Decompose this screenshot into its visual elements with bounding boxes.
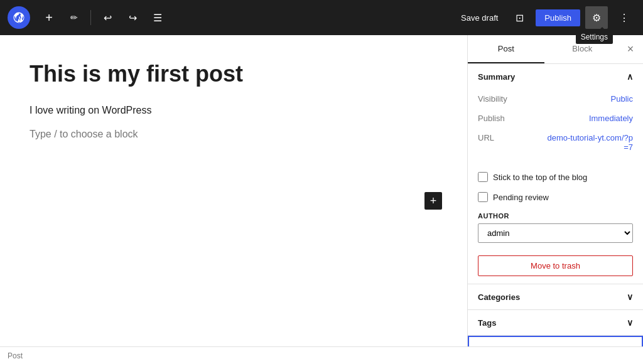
more-options-button[interactable]: ⋮ bbox=[613, 6, 635, 29]
save-draft-button[interactable]: Save draft bbox=[456, 9, 503, 26]
main-layout: This is my first post I love writing on … bbox=[0, 35, 643, 346]
settings-button[interactable]: ⚙ bbox=[585, 6, 608, 29]
publish-value[interactable]: Immediately bbox=[589, 114, 633, 123]
settings-icon: ⚙ bbox=[592, 12, 601, 24]
summary-section: Summary Visibility Public Publish Immedi… bbox=[468, 64, 643, 284]
visibility-label: Visibility bbox=[478, 94, 507, 104]
stick-label: Stick to the top of the blog bbox=[493, 173, 587, 182]
sidebar-tabs: Post Block × bbox=[468, 35, 643, 64]
publish-button[interactable]: Publish bbox=[536, 9, 580, 26]
list-view-button[interactable]: ☰ bbox=[146, 6, 169, 29]
sidebar-close-button[interactable]: × bbox=[620, 40, 640, 60]
categories-chevron-icon bbox=[627, 292, 633, 302]
summary-chevron-icon bbox=[627, 72, 633, 82]
pending-checkbox[interactable] bbox=[478, 192, 488, 202]
categories-header[interactable]: Categories bbox=[468, 284, 643, 309]
tools-button[interactable]: ✏ bbox=[63, 6, 85, 29]
url-label: URL bbox=[478, 133, 494, 142]
summary-header[interactable]: Summary bbox=[468, 64, 643, 89]
separator bbox=[90, 10, 91, 25]
stick-row[interactable]: Stick to the top of the blog bbox=[468, 167, 643, 187]
add-block-button[interactable]: + bbox=[38, 6, 60, 29]
redo-button[interactable]: ↪ bbox=[121, 6, 144, 29]
categories-label: Categories bbox=[478, 292, 520, 302]
toolbar-right: Save draft ⊡ Publish ⚙ ⋮ bbox=[456, 6, 635, 29]
editor-content: This is my first post I love writing on … bbox=[30, 60, 438, 150]
summary-content: Visibility Public Publish Immediately UR… bbox=[468, 89, 643, 167]
toolbar: + ✏ ↩ ↪ ☰ Save draft ⊡ Publish ⚙ ⋮ bbox=[0, 0, 643, 35]
url-row: URL demo-tutorial-yt.com/?p=7 bbox=[478, 128, 633, 157]
sidebar: Post Block × Summary Visibility Public P… bbox=[467, 35, 643, 346]
summary-label: Summary bbox=[478, 72, 515, 82]
block-placeholder[interactable]: Type / to choose a block bbox=[30, 129, 438, 140]
undo-icon: ↩ bbox=[104, 12, 112, 24]
publish-label: Publish bbox=[478, 114, 505, 123]
wp-logo[interactable] bbox=[8, 6, 30, 29]
wp-logo-icon bbox=[13, 11, 25, 24]
move-to-trash-button[interactable]: Move to trash bbox=[478, 255, 633, 276]
more-icon: ⋮ bbox=[619, 12, 629, 24]
tags-chevron-icon bbox=[627, 318, 633, 328]
view-button[interactable]: ⊡ bbox=[508, 6, 531, 29]
featured-image-header[interactable]: Featured image bbox=[469, 337, 642, 346]
post-title[interactable]: This is my first post bbox=[30, 60, 438, 87]
author-label: AUTHOR bbox=[478, 212, 633, 220]
status-bar: Post bbox=[0, 346, 643, 364]
featured-image-section: Featured image Set featured image bbox=[468, 336, 643, 346]
tags-label: Tags bbox=[478, 318, 496, 328]
settings-tooltip: Settings bbox=[576, 30, 613, 44]
url-value[interactable]: demo-tutorial-yt.com/?p=7 bbox=[545, 133, 633, 152]
editor-area[interactable]: This is my first post I love writing on … bbox=[0, 35, 467, 346]
visibility-value[interactable]: Public bbox=[611, 94, 633, 104]
pending-row[interactable]: Pending review bbox=[468, 187, 643, 207]
stick-checkbox[interactable] bbox=[478, 172, 488, 182]
plus-float-icon: + bbox=[430, 195, 437, 208]
tags-header[interactable]: Tags bbox=[468, 310, 643, 335]
view-icon: ⊡ bbox=[516, 12, 524, 24]
visibility-row: Visibility Public bbox=[478, 89, 633, 109]
author-section: AUTHOR admin bbox=[468, 207, 643, 248]
add-block-float-button[interactable]: + bbox=[424, 192, 442, 210]
undo-button[interactable]: ↩ bbox=[96, 6, 119, 29]
pending-label: Pending review bbox=[493, 193, 549, 202]
redo-icon: ↪ bbox=[129, 12, 137, 24]
tab-post[interactable]: Post bbox=[468, 35, 544, 63]
author-select[interactable]: admin bbox=[478, 223, 633, 243]
post-body[interactable]: I love writing on WordPress bbox=[30, 102, 438, 119]
plus-icon: + bbox=[45, 11, 53, 25]
pencil-icon: ✏ bbox=[70, 13, 78, 23]
tags-section: Tags bbox=[468, 310, 643, 336]
list-icon: ☰ bbox=[153, 12, 162, 24]
status-label: Post bbox=[8, 351, 23, 360]
categories-section: Categories bbox=[468, 284, 643, 310]
publish-row: Publish Immediately bbox=[478, 109, 633, 128]
